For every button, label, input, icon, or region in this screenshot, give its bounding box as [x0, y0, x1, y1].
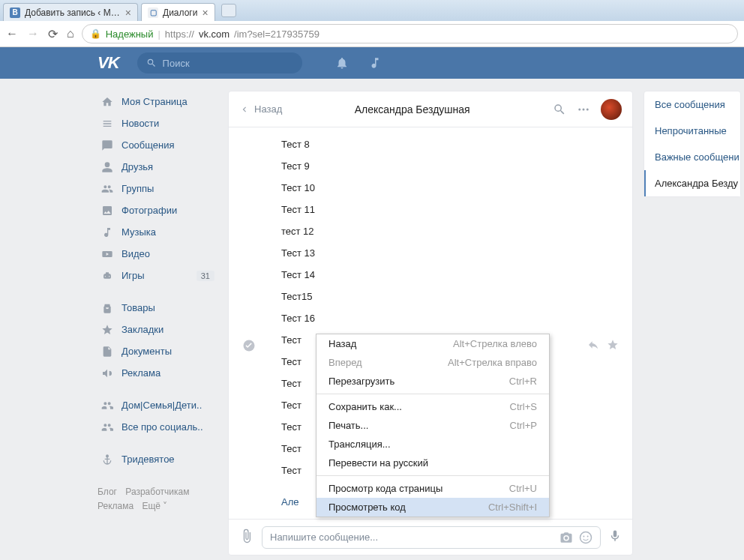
context-menu-item[interactable]: Просмотреть кодCtrl+Shift+I [316, 498, 549, 517]
right-panel: Все сообщения Непрочитанные Важные сообщ… [644, 91, 741, 197]
sidebar-item[interactable]: Фотографии [98, 199, 218, 221]
vk-logo[interactable]: VK [98, 53, 119, 73]
new-tab-button[interactable] [221, 4, 236, 17]
vk-header: VK Поиск [0, 47, 744, 79]
footer-link[interactable]: Ещё ˅ [142, 501, 167, 511]
home-icon[interactable]: ⌂ [67, 27, 74, 41]
back-button[interactable]: Назад [239, 103, 282, 115]
footer-link[interactable]: Реклама [98, 501, 134, 511]
context-menu-label: Вперед [328, 357, 362, 368]
lock-icon: 🔒 [90, 28, 101, 39]
sidebar-item-label: Игры [122, 270, 189, 281]
sidebar-item-label: Тридевятое [122, 454, 214, 465]
search-icon[interactable] [553, 103, 566, 116]
message[interactable]: тест 12 [281, 220, 632, 242]
music-icon[interactable] [368, 56, 382, 70]
url-path: /im?sel=217935759 [234, 28, 320, 40]
context-menu-item[interactable]: Трансляция... [316, 435, 549, 454]
footer-link[interactable]: Разработчикам [125, 487, 189, 497]
browser-tab[interactable]: В Добавить запись ‹ Мир × [3, 3, 138, 21]
photo-icon [100, 205, 114, 217]
context-menu-item[interactable]: Просмотр кода страницыCtrl+U [316, 479, 549, 498]
peer-avatar[interactable] [601, 99, 622, 120]
attach-button[interactable] [239, 529, 254, 547]
tabs-bar: В Добавить запись ‹ Мир × ▢ Диалоги × [0, 0, 744, 21]
sidebar-item[interactable]: Все про социаль.. [98, 416, 218, 438]
filter-item[interactable]: Все сообщения [644, 91, 740, 118]
context-menu-item[interactable]: Сохранить как...Ctrl+S [316, 397, 549, 416]
omnibox[interactable]: 🔒 Надежный | https://vk.com/im?sel=21793… [82, 24, 738, 43]
filter-item[interactable]: Важные сообщени [644, 144, 740, 170]
sidebar-item-label: Дом|Семья|Дети.. [122, 400, 214, 411]
music-icon [100, 226, 114, 238]
message[interactable]: Тест 10 [281, 177, 632, 199]
context-menu-item[interactable]: НазадAlt+Стрелка влево [316, 334, 549, 353]
sidebar-item-label: Музыка [122, 226, 214, 238]
context-menu-label: Трансляция... [328, 439, 391, 450]
context-menu-label: Назад [328, 338, 356, 349]
compose-placeholder: Напишите сообщение... [270, 532, 554, 543]
sidebar-item-label: Документы [122, 346, 214, 357]
sidebar-item[interactable]: Новости [98, 112, 218, 134]
sidebar-item[interactable]: Игры31 [98, 265, 218, 286]
sidebar-item-label: Видео [122, 248, 214, 259]
message[interactable]: Тест15 [281, 286, 632, 307]
sidebar-item[interactable]: Музыка [98, 221, 218, 243]
message[interactable]: Тест 16 [281, 307, 632, 329]
message[interactable]: Тест 13 [281, 242, 632, 264]
close-icon[interactable]: × [125, 7, 131, 19]
sidebar-item[interactable]: Моя Страница [98, 91, 218, 112]
search-input[interactable]: Поиск [137, 52, 302, 73]
browser-tab[interactable]: ▢ Диалоги × [141, 3, 215, 21]
message[interactable]: Тест 8 [281, 133, 632, 155]
emoji-icon[interactable] [579, 531, 592, 544]
reload-icon[interactable]: ⟳ [48, 27, 58, 41]
message[interactable]: Тест 9 [281, 155, 632, 177]
sidebar-item[interactable]: Друзья [98, 156, 218, 178]
shortcut: Ctrl+R [509, 376, 537, 387]
doc-icon [100, 346, 114, 358]
sidebar-item[interactable]: Товары [98, 297, 218, 319]
sidebar-item[interactable]: Сообщения [98, 134, 218, 156]
reply-icon[interactable] [587, 339, 599, 351]
url-host: vk.com [199, 28, 230, 40]
sidebar-item[interactable]: Реклама [98, 362, 218, 384]
close-icon[interactable]: × [202, 7, 208, 19]
filter-item-selected[interactable]: Александра Безду [644, 170, 740, 196]
svg-point-1 [583, 108, 585, 110]
sidebar-item[interactable]: Группы [98, 178, 218, 199]
camera-icon[interactable] [560, 531, 573, 544]
chevron-left-icon [239, 104, 250, 115]
message-input[interactable]: Напишите сообщение... [262, 526, 601, 549]
message[interactable]: Тест 14 [281, 264, 632, 286]
sidebar-item-label: Сообщения [122, 139, 214, 151]
news-icon [100, 118, 114, 130]
forward-icon[interactable]: → [27, 27, 39, 41]
peer-name[interactable]: Александра Бездушная [282, 103, 542, 115]
back-icon[interactable]: ← [6, 27, 18, 41]
video-icon [100, 248, 114, 260]
star-icon[interactable] [607, 339, 619, 351]
mic-button[interactable] [608, 529, 622, 546]
context-menu-label: Сохранить как... [328, 401, 402, 412]
sidebar-item[interactable]: Документы [98, 340, 218, 362]
message[interactable]: Тест 11 [281, 199, 632, 220]
context-menu-item[interactable]: Печать...Ctrl+P [316, 416, 549, 435]
sidebar-item[interactable]: Дом|Семья|Дети.. [98, 394, 218, 416]
more-icon[interactable] [577, 103, 590, 116]
compose-bar: Напишите сообщение... [229, 519, 632, 555]
bag-icon [100, 302, 114, 314]
filter-item[interactable]: Непрочитанные [644, 118, 740, 144]
sidebar-item[interactable]: Закладки [98, 319, 218, 340]
footer-link[interactable]: Блог [98, 487, 117, 497]
context-menu-label: Просмотреть код [328, 502, 406, 513]
nav-icons: ← → ⟳ ⌂ [6, 27, 74, 41]
sidebar-item[interactable]: Тридевятое [98, 448, 218, 470]
svg-point-0 [578, 108, 580, 110]
context-menu-item[interactable]: ПерезагрузитьCtrl+R [316, 372, 549, 391]
browser-chrome: В Добавить запись ‹ Мир × ▢ Диалоги × ← … [0, 0, 744, 47]
sidebar-item[interactable]: Видео [98, 243, 218, 265]
svg-point-5 [583, 535, 584, 537]
bell-icon[interactable] [335, 56, 349, 70]
context-menu-item[interactable]: Перевести на русский [316, 454, 549, 472]
